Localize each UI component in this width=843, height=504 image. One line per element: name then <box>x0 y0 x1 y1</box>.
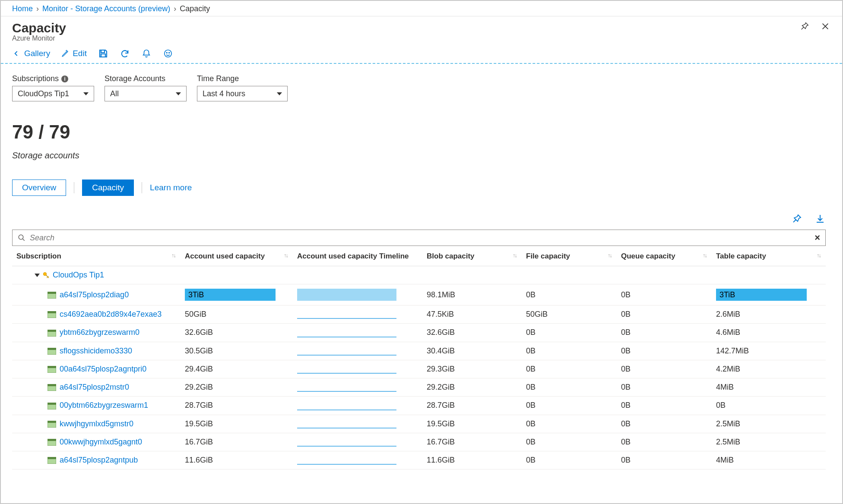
subscriptions-dropdown[interactable]: CloudOps Tip1 <box>12 86 94 101</box>
cell-table: 4.2MiB <box>712 360 826 378</box>
storage-accounts-dropdown[interactable]: All <box>105 86 187 101</box>
cell-blob: 19.5GiB <box>422 415 522 433</box>
col-blob[interactable]: Blob capacity↑↓ <box>422 246 522 266</box>
table-row: 00ybtm66zbygrzeswarm1 28.7GiB 28.7GiB 0B… <box>12 397 826 415</box>
tab-capacity[interactable]: Capacity <box>82 180 134 196</box>
storage-account-link[interactable]: cs4692aea0b2d89x4e7exae3 <box>60 310 162 318</box>
cell-table: 142.7MiB <box>712 342 826 360</box>
breadcrumb-monitor[interactable]: Monitor - Storage Accounts (preview) <box>42 4 170 13</box>
breadcrumb: Home › Monitor - Storage Accounts (previ… <box>1 1 842 16</box>
capacity-table: Subscription↑↓ Account used capacity↑↓ A… <box>12 246 826 469</box>
cell-table: 4MiB <box>712 378 826 397</box>
cell-file: 0B <box>522 360 617 378</box>
cell-table: 4.6MiB <box>712 324 826 342</box>
storage-account-link[interactable]: 00ybtm66zbygrzeswarm1 <box>60 401 148 410</box>
storage-account-link[interactable]: kwwjhgymlxd5gmstr0 <box>60 419 133 428</box>
col-used[interactable]: Account used capacity↑↓ <box>181 246 293 266</box>
svg-rect-12 <box>48 348 56 350</box>
storage-account-link[interactable]: a64sl75plosp2diag0 <box>60 290 129 299</box>
cell-queue: 0B <box>617 378 712 397</box>
feedback-icon[interactable] <box>163 48 173 59</box>
storage-account-link[interactable]: a64sl75plosp2agntpub <box>60 456 138 464</box>
pin-table-icon[interactable] <box>791 213 802 224</box>
cell-timeline <box>293 284 422 306</box>
refresh-icon[interactable] <box>120 48 130 59</box>
cell-timeline <box>293 451 422 469</box>
cell-timeline <box>293 378 422 397</box>
cell-blob: 28.7GiB <box>422 397 522 415</box>
filter-bar: Subscriptionsi CloudOps Tip1 Storage Acc… <box>12 65 841 101</box>
cell-blob: 30.4GiB <box>422 342 522 360</box>
cell-queue: 0B <box>617 397 712 415</box>
table-row: a64sl75plosp2diag0 3TiB 98.1MiB 0B 0B 3T… <box>12 284 826 306</box>
separator <box>142 182 142 193</box>
storage-accounts-label: Storage Accounts <box>105 74 187 83</box>
cell-blob: 47.5KiB <box>422 306 522 324</box>
storage-account-icon <box>48 457 56 464</box>
cell-timeline <box>293 397 422 415</box>
cell-queue: 0B <box>617 342 712 360</box>
cell-queue: 0B <box>617 433 712 451</box>
summary-count: 79 / 79 <box>12 121 841 143</box>
tabs: Overview Capacity Learn more <box>12 180 841 196</box>
key-icon <box>42 271 50 279</box>
table-row: cs4692aea0b2d89x4e7exae3 50GiB 47.5KiB 5… <box>12 306 826 324</box>
save-icon[interactable] <box>98 48 108 59</box>
info-icon[interactable]: i <box>61 76 68 82</box>
tab-overview[interactable]: Overview <box>12 180 66 196</box>
cell-used: 3TiB <box>181 284 293 306</box>
cell-table: 4MiB <box>712 451 826 469</box>
col-file[interactable]: File capacity↑↓ <box>522 246 617 266</box>
subscriptions-label: Subscriptionsi <box>12 74 94 83</box>
learn-more-link[interactable]: Learn more <box>150 183 192 192</box>
edit-label: Edit <box>73 49 87 58</box>
storage-account-link[interactable]: ybtm66zbygrzeswarm0 <box>60 328 139 337</box>
edit-button[interactable]: Edit <box>61 49 87 58</box>
cell-table: 2.5MiB <box>712 415 826 433</box>
content-scroll[interactable]: Subscriptionsi CloudOps Tip1 Storage Acc… <box>2 65 841 502</box>
search-box[interactable]: × <box>12 230 826 246</box>
cell-table: 3TiB <box>712 284 826 306</box>
cell-file: 0B <box>522 324 617 342</box>
cell-file: 50GiB <box>522 306 617 324</box>
cell-blob: 29.2GiB <box>422 378 522 397</box>
pin-icon[interactable] <box>799 21 810 32</box>
toolbar: Gallery Edit <box>1 45 842 64</box>
svg-point-3 <box>19 235 23 239</box>
col-subscription[interactable]: Subscription↑↓ <box>12 246 181 266</box>
alert-icon[interactable] <box>141 48 152 59</box>
svg-point-2 <box>169 52 170 53</box>
clear-search-icon[interactable]: × <box>814 232 820 243</box>
cell-file: 0B <box>522 451 617 469</box>
chevron-right-icon: › <box>36 4 39 13</box>
svg-rect-10 <box>48 330 56 332</box>
storage-account-link[interactable]: 00a64sl75plosp2agntpri0 <box>60 365 146 373</box>
storage-account-icon <box>48 311 56 318</box>
storage-account-link[interactable]: 00kwwjhgymlxd5gagnt0 <box>60 438 142 446</box>
time-range-dropdown[interactable]: Last 4 hours <box>197 86 288 101</box>
cell-file: 0B <box>522 397 617 415</box>
col-queue[interactable]: Queue capacity↑↓ <box>617 246 712 266</box>
page-subtitle: Azure Monitor <box>12 35 66 42</box>
svg-rect-16 <box>48 384 56 386</box>
close-icon[interactable] <box>820 21 831 32</box>
download-icon[interactable] <box>814 213 826 224</box>
storage-account-link[interactable]: sflogsshicidemo3330 <box>60 346 132 355</box>
table-actions <box>12 213 841 224</box>
cell-used: 11.6GiB <box>181 451 293 469</box>
cell-queue: 0B <box>617 306 712 324</box>
col-table[interactable]: Table capacity↑↓ <box>712 246 826 266</box>
svg-rect-8 <box>48 311 56 313</box>
table-row: 00kwwjhgymlxd5gagnt0 16.7GiB 16.7GiB 0B … <box>12 433 826 451</box>
gallery-button[interactable]: Gallery <box>12 49 50 58</box>
storage-account-icon <box>48 421 56 428</box>
col-timeline[interactable]: Account used capacity Timeline <box>293 246 422 266</box>
table-row: a64sl75plosp2agntpub 11.6GiB 11.6GiB 0B … <box>12 451 826 469</box>
cell-used: 16.7GiB <box>181 433 293 451</box>
storage-account-link[interactable]: a64sl75plosp2mstr0 <box>60 383 129 391</box>
svg-rect-24 <box>48 457 56 459</box>
breadcrumb-home[interactable]: Home <box>12 4 33 13</box>
group-row[interactable]: CloudOps Tip1 <box>12 266 826 284</box>
svg-point-0 <box>165 50 172 57</box>
search-input[interactable] <box>30 233 810 243</box>
